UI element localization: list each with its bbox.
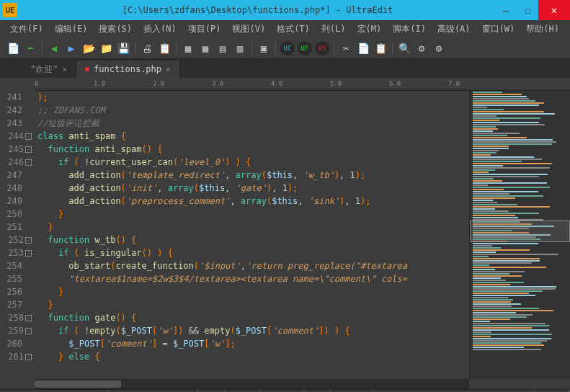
tool5-icon[interactable]: ▣ <box>257 41 271 55</box>
code-line[interactable]: //垃圾评论拦截 <box>37 117 469 130</box>
code-line[interactable]: } <box>37 220 469 233</box>
menu-item[interactable]: 帮助(H) <box>522 22 564 37</box>
uc-icon[interactable]: UC <box>280 41 295 55</box>
code-line[interactable]: add_action('preprocess_comment', array($… <box>37 195 469 208</box>
minimap[interactable] <box>469 91 570 379</box>
tool2-icon[interactable]: ▦ <box>198 41 213 55</box>
code-line[interactable]: ;; ZDFANS.COM <box>37 104 469 117</box>
code-line[interactable]: "textarea$1name=$2w$3$4/textarea><textar… <box>37 272 469 285</box>
menu-item[interactable]: 编辑(E) <box>50 22 92 37</box>
preview-icon[interactable]: 📋 <box>157 41 172 55</box>
minimap-line <box>473 184 488 186</box>
cut-icon[interactable]: ✂ <box>339 41 353 55</box>
print-icon[interactable]: 🖨 <box>140 41 154 55</box>
menu-item[interactable]: 文件(F) <box>6 22 48 37</box>
minimap-viewport[interactable] <box>470 220 570 242</box>
new-icon[interactable]: 📄 <box>6 41 20 55</box>
ruler-mark: 6.0 <box>389 80 401 87</box>
minimize-button[interactable]: — <box>495 0 517 20</box>
code-line[interactable]: if ( !empty($_POST['w']) && empty($_POST… <box>37 324 469 337</box>
menu-item[interactable]: 列(L) <box>317 22 350 37</box>
minimap-line <box>473 340 547 342</box>
minimap-line <box>473 180 502 182</box>
close-button[interactable]: ✕ <box>538 0 570 20</box>
fold-toggle-icon[interactable]: - <box>25 133 32 140</box>
minimap-line <box>473 338 551 339</box>
scrollbar-thumb[interactable] <box>35 380 121 388</box>
minimap-line <box>473 282 524 283</box>
menu-item[interactable]: 插入(N) <box>139 22 181 37</box>
fold-toggle-icon[interactable]: - <box>25 315 32 321</box>
code-line[interactable]: add_action('init', array($this, 'gate'),… <box>37 182 469 195</box>
minimap-line <box>473 342 541 344</box>
titlebar[interactable]: UE [C:\Users\zdfans\Desktop\functions.ph… <box>0 0 570 20</box>
ruler-mark: 5.0 <box>330 80 342 87</box>
tab[interactable]: functions.php× <box>76 61 180 78</box>
code-line[interactable]: function anti_spam() { <box>37 143 469 156</box>
nav-right-icon[interactable]: ▶ <box>64 41 79 55</box>
code-line[interactable]: function gate() { <box>37 311 469 324</box>
menu-item[interactable]: 高级(A) <box>433 22 475 37</box>
menu-item[interactable]: 脚本(I) <box>388 22 430 37</box>
open-icon[interactable]: 📂 <box>81 41 96 55</box>
copy-icon[interactable]: 📄 <box>356 41 370 55</box>
tool3-icon[interactable]: ▤ <box>215 41 230 55</box>
tab[interactable]: "欢迎"× <box>22 61 76 78</box>
find-icon[interactable]: 🔍 <box>397 41 411 55</box>
menu-item[interactable]: 宏(M) <box>353 22 386 37</box>
code-editor[interactable]: );;; ZDFANS.COM//垃圾评论拦截class anti_spam {… <box>35 91 469 379</box>
code-line[interactable]: function w_tb() { <box>37 233 469 246</box>
nav-left-icon[interactable]: ◀ <box>47 41 61 55</box>
code-line[interactable]: $_POST['comment'] = $_POST['w']; <box>37 337 469 350</box>
back-icon[interactable]: ⬅ <box>23 41 37 55</box>
menu-item[interactable]: 项目(P) <box>184 22 226 37</box>
horizontal-scrollbar[interactable] <box>35 379 469 389</box>
tab-close-icon[interactable]: × <box>62 65 67 74</box>
minimap-line <box>473 295 535 296</box>
line-number: 243 <box>6 117 22 130</box>
tool7-icon[interactable]: ⚙ <box>432 41 446 55</box>
code-line[interactable]: ); <box>37 91 469 104</box>
minimap-line <box>473 133 520 134</box>
save-icon[interactable]: 💾 <box>116 41 130 55</box>
minimap-line <box>473 100 535 102</box>
fold-toggle-icon[interactable]: - <box>25 237 32 244</box>
tab-close-icon[interactable]: × <box>166 65 171 74</box>
code-line[interactable]: add_action('template_redirect', array($t… <box>37 169 469 182</box>
fold-toggle-icon[interactable]: - <box>25 250 32 257</box>
code-line[interactable]: } <box>37 208 469 220</box>
minimap-line <box>473 111 544 112</box>
code-line[interactable]: if ( !current_user_can('level_0') ) { <box>37 156 469 169</box>
tabbar: "欢迎"×functions.php× <box>0 59 570 78</box>
fold-toggle-icon[interactable]: - <box>25 159 32 166</box>
code-line[interactable]: ob_start(create_function('$input','retur… <box>37 259 469 272</box>
tool4-icon[interactable]: ▥ <box>233 41 247 55</box>
minimap-line <box>473 310 553 311</box>
menu-item[interactable]: 格式(T) <box>272 22 314 37</box>
uf-icon[interactable]: UF <box>298 41 312 55</box>
menu-item[interactable]: 窗口(W) <box>478 22 520 37</box>
fold-toggle-icon[interactable]: - <box>25 354 32 360</box>
tool1-icon[interactable]: ▦ <box>181 41 195 55</box>
menu-item[interactable]: 搜索(S) <box>94 22 136 37</box>
menu-item[interactable]: 视图(V) <box>228 22 270 37</box>
ruler-mark: 0 <box>35 80 38 87</box>
paste-icon[interactable]: 📋 <box>373 41 388 55</box>
minimap-line <box>473 251 496 253</box>
code-line[interactable]: } else { <box>37 350 469 363</box>
code-line[interactable]: } <box>37 298 469 311</box>
tool6-icon[interactable]: ⚙ <box>414 41 429 55</box>
code-line[interactable]: } <box>37 285 469 298</box>
us-icon[interactable]: US <box>315 41 329 55</box>
minimap-line <box>473 148 509 149</box>
minimap-line <box>473 308 539 309</box>
fold-toggle-icon[interactable]: - <box>25 146 32 153</box>
fold-toggle-icon[interactable]: - <box>25 328 32 334</box>
maximize-button[interactable]: ☐ <box>517 0 538 20</box>
minimap-line <box>473 314 533 316</box>
code-line[interactable]: class anti_spam { <box>37 130 469 143</box>
minimap-line <box>473 243 538 244</box>
code-line[interactable]: if ( is_singular() ) { <box>37 246 469 259</box>
minimap-line <box>473 137 527 138</box>
folder-icon[interactable]: 📁 <box>99 41 113 55</box>
